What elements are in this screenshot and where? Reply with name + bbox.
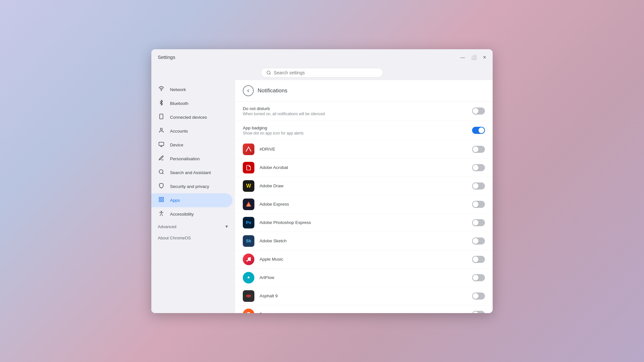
- app-toggle-asphalt[interactable]: [472, 292, 485, 300]
- sidebar-item-connected-devices[interactable]: Connected devices: [151, 110, 232, 124]
- list-item: ArtFlow: [235, 269, 493, 287]
- app-name-brave: Brave: [260, 312, 467, 313]
- sidebar-item-accessibility[interactable]: Accessibility: [151, 207, 232, 221]
- sidebar-item-apps[interactable]: Apps: [151, 193, 232, 207]
- list-item: Adobe Acrobat: [235, 159, 493, 177]
- sidebar-item-personalisation-label: Personalisation: [170, 156, 200, 161]
- list-item: Brave: [235, 305, 493, 313]
- app-name-asphalt: Asphalt 9: [260, 293, 467, 298]
- app-toggle-acrobat[interactable]: [472, 164, 485, 171]
- minimize-button[interactable]: —: [460, 54, 466, 60]
- sidebar-item-search-assistant[interactable]: Search and Assistant: [151, 166, 232, 180]
- advanced-label: Advanced: [158, 224, 176, 229]
- window-controls: — ⬜ ✕: [460, 54, 488, 60]
- list-item: W Adobe Draw: [235, 177, 493, 195]
- wifi-icon: [158, 86, 165, 93]
- chevron-down-icon: ▼: [225, 224, 229, 229]
- sidebar-item-network[interactable]: Network: [151, 83, 232, 97]
- content-header: Notifications: [235, 80, 493, 102]
- svg-point-23: [250, 296, 251, 297]
- app-badging-row: App badging Show dot on app icon for app…: [235, 121, 493, 140]
- sidebar-item-search-assistant-label: Search and Assistant: [170, 170, 211, 175]
- sidebar-item-accounts[interactable]: Accounts: [151, 124, 232, 138]
- app-toggle-draw[interactable]: [472, 182, 485, 190]
- svg-point-18: [246, 260, 248, 262]
- app-icon-express: [243, 199, 254, 210]
- app-badging-label: App badging: [243, 125, 468, 130]
- shield-icon: [158, 183, 165, 190]
- do-not-disturb-toggle[interactable]: [472, 107, 485, 115]
- app-name-artflow: ArtFlow: [260, 275, 467, 280]
- sidebar-about[interactable]: About ChromeOS: [151, 232, 235, 244]
- connected-devices-icon: [158, 114, 165, 121]
- apps-icon: [158, 197, 165, 204]
- app-toggle-artflow[interactable]: [472, 274, 485, 281]
- do-not-disturb-row: Do not disturb When turned on, all notif…: [235, 102, 493, 121]
- svg-point-19: [249, 259, 251, 261]
- app-toggle-express[interactable]: [472, 201, 485, 208]
- app-icon-acrobat: [243, 162, 254, 173]
- sidebar: Network Bluetooth Connected devices: [151, 80, 235, 313]
- sidebar-item-connected-devices-label: Connected devices: [170, 115, 207, 120]
- main-content: Network Bluetooth Connected devices: [151, 80, 493, 313]
- svg-rect-12: [162, 197, 164, 199]
- back-button[interactable]: [243, 85, 254, 96]
- window-title: Settings: [158, 54, 175, 60]
- content-area: Notifications Do not disturb When turned…: [235, 80, 493, 313]
- close-button[interactable]: ✕: [482, 54, 488, 60]
- list-item: Asphalt 9: [235, 287, 493, 305]
- app-icon-photoshop: Ps: [243, 217, 254, 228]
- device-icon: [158, 141, 165, 149]
- svg-point-9: [159, 170, 163, 173]
- sidebar-item-device-label: Device: [170, 143, 183, 147]
- app-name-drive: #DRIVE: [260, 147, 467, 152]
- sidebar-advanced[interactable]: Advanced ▼: [151, 221, 235, 232]
- list-item: Ps Adobe Photoshop Express: [235, 214, 493, 232]
- sidebar-item-personalisation[interactable]: Personalisation: [151, 152, 232, 166]
- accessibility-icon: [158, 210, 165, 218]
- page-title: Notifications: [258, 88, 288, 94]
- svg-rect-13: [162, 200, 164, 201]
- sidebar-item-device[interactable]: Device: [151, 138, 232, 152]
- about-label: About ChromeOS: [158, 236, 191, 240]
- sidebar-item-security-privacy-label: Security and privacy: [170, 184, 209, 189]
- list-item: Adobe Express: [235, 195, 493, 214]
- do-not-disturb-info: Do not disturb When turned on, all notif…: [243, 106, 468, 116]
- search-assistant-icon: [158, 169, 165, 176]
- app-icon-brave: [243, 309, 254, 313]
- app-badging-toggle[interactable]: [472, 127, 485, 134]
- app-name-acrobat: Adobe Acrobat: [260, 165, 467, 170]
- search-bar-container: [151, 65, 493, 80]
- sidebar-item-bluetooth[interactable]: Bluetooth: [151, 97, 232, 110]
- search-input[interactable]: [274, 70, 378, 75]
- app-icon-sketch: Sk: [243, 235, 254, 247]
- svg-rect-14: [159, 200, 161, 201]
- list-item: Apple Music: [235, 250, 493, 269]
- app-name-sketch: Adobe Sketch: [260, 238, 467, 243]
- svg-point-2: [161, 90, 162, 91]
- app-icon-artflow: [243, 272, 254, 283]
- sidebar-item-apps-label: Apps: [170, 198, 180, 203]
- app-icon-asphalt: [243, 290, 254, 302]
- sidebar-item-security-privacy[interactable]: Security and privacy: [151, 180, 232, 193]
- maximize-button[interactable]: ⬜: [471, 54, 477, 60]
- app-toggle-sketch[interactable]: [472, 237, 485, 245]
- do-not-disturb-label: Do not disturb: [243, 106, 468, 111]
- svg-point-0: [267, 71, 270, 74]
- svg-point-20: [248, 276, 249, 277]
- svg-rect-11: [159, 197, 161, 199]
- do-not-disturb-desc: When turned on, all notifications will b…: [243, 112, 468, 116]
- app-toggle-apple-music[interactable]: [472, 256, 485, 263]
- personalisation-icon: [158, 155, 165, 162]
- accounts-icon: [158, 127, 165, 135]
- app-icon-draw: W: [243, 180, 254, 192]
- app-badging-info: App badging Show dot on app icon for app…: [243, 125, 468, 135]
- search-bar[interactable]: [261, 68, 383, 78]
- app-icon-apple-music: [243, 254, 254, 265]
- app-toggle-drive[interactable]: [472, 146, 485, 153]
- app-toggle-brave[interactable]: [472, 311, 485, 313]
- app-name-draw: Adobe Draw: [260, 183, 467, 188]
- app-toggle-photoshop[interactable]: [472, 219, 485, 226]
- app-badging-desc: Show dot on app icon for app alerts: [243, 131, 468, 135]
- svg-line-10: [162, 173, 163, 174]
